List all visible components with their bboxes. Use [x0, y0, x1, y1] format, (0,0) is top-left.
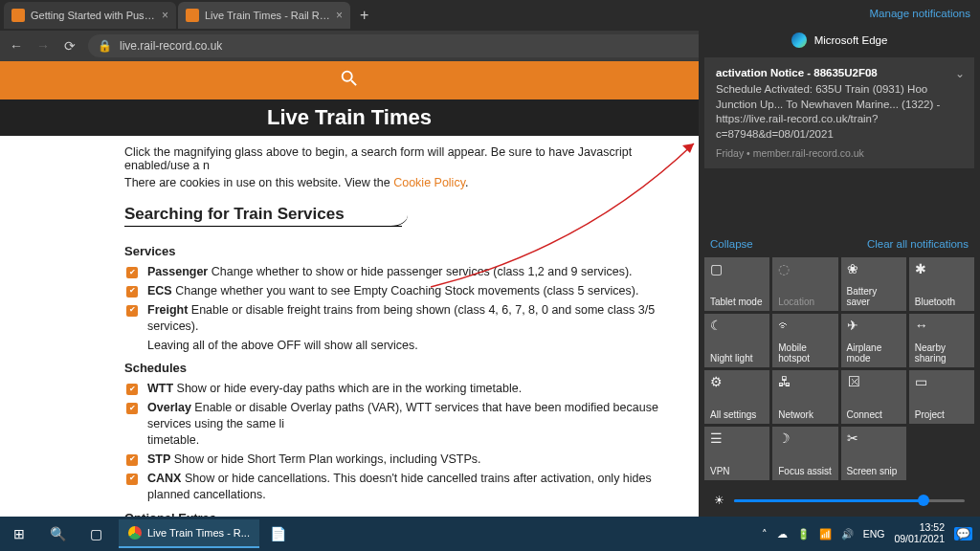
collapse-link[interactable]: Collapse	[710, 238, 753, 250]
focus-icon: ☽	[778, 430, 832, 446]
action-center-button[interactable]: 💬	[954, 527, 972, 540]
tile-screen-snip[interactable]: ✂Screen snip	[841, 427, 906, 480]
notification-app-name: Microsoft Edge	[814, 34, 888, 46]
network-icon: 🖧	[778, 374, 832, 389]
browser-tab-active[interactable]: Live Train Times - Rail Record ×	[178, 2, 350, 29]
taskbar-app-title: Live Train Times - R...	[147, 527, 250, 539]
hotspot-icon: ᯤ	[778, 318, 832, 333]
tray-wifi-icon[interactable]: 📶	[819, 528, 832, 540]
start-button[interactable]: ⊞	[0, 517, 38, 551]
back-button[interactable]: ←	[8, 38, 25, 54]
cookie-policy-link[interactable]: Cookie Policy	[393, 176, 465, 189]
section-heading-search: Searching for Train Services	[124, 205, 402, 227]
action-center: Manage notifications Microsoft Edge ⌄ ac…	[699, 0, 980, 517]
taskbar-app-other[interactable]: 📄	[259, 517, 298, 551]
subheading-schedules: Schedules	[124, 361, 681, 375]
intro-text-2: There are cookies in use on this website…	[124, 176, 393, 189]
notification-app-header: Microsoft Edge	[699, 27, 980, 57]
location-icon: ◌	[778, 261, 832, 276]
tile-battery-saver[interactable]: ❀Battery saver	[841, 257, 906, 311]
page-title: Live Train Times	[0, 99, 699, 136]
reload-button[interactable]: ⟳	[61, 38, 78, 54]
close-icon[interactable]: ×	[162, 9, 168, 22]
airplane-icon: ✈	[847, 318, 901, 333]
lock-icon: 🔒	[98, 39, 112, 53]
browser-tab[interactable]: Getting Started with Push Notific ×	[4, 2, 176, 29]
bluetooth-icon: ✱	[915, 261, 969, 276]
tile-bluetooth[interactable]: ✱Bluetooth	[909, 257, 974, 311]
chrome-icon	[128, 526, 142, 540]
tray-onedrive-icon[interactable]: ☁	[777, 528, 788, 540]
notification-title: activation Notice - 88635U2F08	[716, 67, 963, 78]
tile-vpn[interactable]: ☰VPN	[704, 427, 769, 480]
connect-icon: ⮽	[847, 374, 901, 389]
tray-battery-icon[interactable]: 🔋	[797, 528, 810, 540]
chevron-down-icon[interactable]: ⌄	[955, 67, 965, 80]
system-tray: ˄ ☁ 🔋 📶 🔊 ENG 13:52 09/01/2021 💬	[762, 522, 980, 544]
list-item: Freight Enable or disable freight trains…	[144, 302, 681, 335]
battery-icon: ❀	[847, 261, 901, 276]
list-item: Passenger Change whether to show or hide…	[144, 264, 681, 280]
tile-night-light[interactable]: ☾Night light	[704, 314, 769, 367]
list-item: STP Show or hide Short Term Plan working…	[144, 452, 681, 468]
snip-icon: ✂	[847, 430, 901, 446]
task-view-button[interactable]: ▢	[77, 517, 115, 551]
tablet-icon: ▢	[710, 261, 764, 276]
project-icon: ▭	[915, 374, 969, 389]
tab-favicon	[186, 9, 199, 22]
brightness-slider-row: ☀	[699, 480, 980, 517]
tray-clock[interactable]: 13:52 09/01/2021	[894, 522, 945, 544]
list-item: WTT Show or hide every-day paths which a…	[144, 381, 681, 397]
forward-button[interactable]: →	[34, 38, 52, 54]
notification-body: Schedule Activated: 635U Train (0931) Ho…	[716, 82, 963, 142]
url-text: live.rail-record.co.uk	[120, 39, 222, 53]
tab-favicon	[11, 9, 25, 22]
tray-chevron-up-icon[interactable]: ˄	[762, 528, 768, 540]
tile-project[interactable]: ▭Project	[909, 370, 974, 424]
notification-meta: Friday • member.rail-record.co.uk	[716, 147, 963, 159]
list-note: Leaving all of the above OFF will show a…	[144, 338, 681, 354]
list-item: CANX Show or hide cancellations. This do…	[144, 471, 681, 503]
edge-icon	[791, 33, 807, 48]
tab-title: Getting Started with Push Notific	[31, 10, 156, 21]
taskbar-app-chrome[interactable]: Live Train Times - R...	[119, 519, 259, 548]
close-icon[interactable]: ×	[336, 9, 343, 22]
new-tab-button[interactable]: +	[352, 7, 376, 24]
tile-focus-assist[interactable]: ☽Focus assist	[772, 427, 837, 480]
tile-tablet-mode[interactable]: ▢Tablet mode	[704, 257, 769, 311]
list-item: ECS Change whether you want to see Empty…	[144, 283, 681, 299]
search-bar[interactable]	[0, 61, 699, 99]
clear-all-link[interactable]: Clear all notifications	[867, 238, 969, 250]
intro-text: Click the magnifying glass above to begi…	[124, 145, 632, 172]
services-list: Passenger Change whether to show or hide…	[124, 264, 681, 353]
brightness-slider[interactable]	[734, 499, 965, 502]
subheading-services: Services	[124, 244, 681, 258]
list-item: Overlay Enable or disable Overlay paths …	[144, 400, 681, 449]
brightness-icon: ☀	[714, 494, 724, 507]
search-button[interactable]: 🔍	[38, 517, 77, 551]
vpn-icon: ☰	[710, 430, 764, 446]
quick-action-tiles: ▢Tablet mode ◌Location ❀Battery saver ✱B…	[699, 257, 980, 480]
taskbar: ⊞ 🔍 ▢ Live Train Times - R... 📄 ˄ ☁ 🔋 📶 …	[0, 517, 980, 551]
nearby-icon: ↔	[915, 318, 969, 333]
tile-airplane-mode[interactable]: ✈Airplane mode	[841, 314, 906, 367]
notification-card[interactable]: ⌄ activation Notice - 88635U2F08 Schedul…	[704, 57, 974, 168]
manage-notifications-link[interactable]: Manage notifications	[699, 0, 980, 27]
tray-language[interactable]: ENG	[863, 528, 885, 540]
tile-mobile-hotspot[interactable]: ᯤMobile hotspot	[772, 314, 837, 367]
schedules-list: WTT Show or hide every-day paths which a…	[124, 381, 681, 502]
tile-nearby-sharing[interactable]: ↔Nearby sharing	[909, 314, 974, 367]
tile-location[interactable]: ◌Location	[772, 257, 837, 311]
tray-volume-icon[interactable]: 🔊	[841, 528, 854, 540]
search-icon	[339, 68, 360, 93]
tile-network[interactable]: 🖧Network	[772, 370, 837, 424]
page-content: Live Train Times Click the magnifying gl…	[0, 61, 699, 517]
tab-title: Live Train Times - Rail Record	[205, 10, 330, 21]
tile-all-settings[interactable]: ⚙All settings	[704, 370, 769, 424]
tile-connect[interactable]: ⮽Connect	[841, 370, 906, 424]
night-light-icon: ☾	[710, 318, 764, 333]
gear-icon: ⚙	[710, 374, 764, 389]
